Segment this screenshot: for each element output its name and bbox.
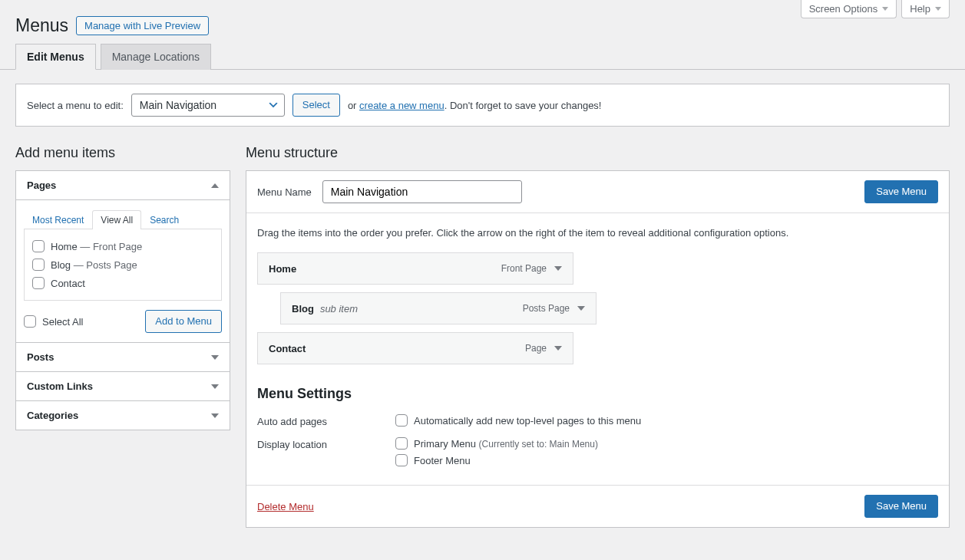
page-item: Blog — Posts Page [32, 255, 213, 274]
tab-manage-locations[interactable]: Manage Locations [101, 44, 211, 70]
page-title-text: Blog [51, 259, 71, 271]
display-location-label: Display location [257, 437, 395, 450]
caret-down-icon [211, 355, 219, 360]
accordion-categories-title: Categories [27, 410, 78, 421]
reminder-text: . Don't forget to save your changes! [444, 100, 602, 111]
or-text: or [348, 100, 357, 111]
menu-name-input[interactable] [322, 180, 522, 203]
menu-settings-heading: Menu Settings [257, 386, 938, 402]
menu-structure-hint: Drag the items into the order you prefer… [257, 227, 938, 239]
pages-list: Home — Front Page Blog — Posts Page Cont… [24, 229, 222, 301]
page-item: Contact [32, 274, 213, 292]
auto-add-pages-checkbox[interactable] [395, 414, 408, 427]
location-primary-checkbox[interactable] [395, 437, 408, 450]
auto-add-pages-label: Auto add pages [257, 414, 395, 427]
page-suffix-text: — Posts Page [71, 259, 137, 271]
location-primary-paren: (Currently set to: Main Menu) [479, 439, 598, 450]
menu-item-type: Posts Page [523, 303, 570, 314]
caret-down-icon [935, 7, 941, 11]
menu-item-subtag: sub item [320, 303, 358, 315]
menu-structure-heading: Menu structure [246, 145, 950, 161]
location-footer-checkbox[interactable] [395, 454, 408, 466]
menu-item-toggle-icon[interactable] [577, 306, 585, 311]
location-primary-label: Primary Menu [414, 438, 476, 450]
live-preview-button[interactable]: Manage with Live Preview [76, 16, 209, 35]
page-item: Home — Front Page [32, 237, 213, 255]
save-menu-button-top[interactable]: Save Menu [864, 180, 938, 203]
location-footer-label: Footer Menu [414, 455, 471, 466]
caret-down-icon [211, 384, 219, 389]
menu-item-type: Page [525, 343, 547, 354]
menu-item-toggle-icon[interactable] [554, 346, 562, 351]
menu-item-title: Blog [292, 303, 314, 315]
page-title: Menus [15, 15, 68, 36]
help-label: Help [910, 3, 930, 15]
page-checkbox-contact[interactable] [32, 277, 45, 289]
accordion-posts-header[interactable]: Posts [16, 342, 230, 371]
page-checkbox-blog[interactable] [32, 259, 45, 271]
accordion-pages-title: Pages [27, 180, 56, 191]
page-title-text: Contact [51, 278, 85, 289]
screen-options-label: Screen Options [809, 3, 878, 15]
screen-options-button[interactable]: Screen Options [801, 0, 897, 18]
caret-down-icon [882, 7, 888, 11]
accordion-custom-links-header[interactable]: Custom Links [16, 371, 230, 400]
save-menu-button-bottom[interactable]: Save Menu [864, 495, 938, 518]
menu-item-type: Front Page [501, 263, 547, 274]
menu-item-contact[interactable]: Contact Page [257, 332, 573, 364]
delete-menu-link[interactable]: Delete Menu [257, 501, 314, 512]
select-all-checkbox[interactable] [24, 315, 36, 328]
menu-item-toggle-icon[interactable] [554, 266, 562, 271]
tab-edit-menus[interactable]: Edit Menus [15, 44, 96, 70]
accordion-custom-links-title: Custom Links [27, 380, 93, 392]
accordion-pages-header[interactable]: Pages [16, 171, 230, 199]
menu-item-title: Contact [269, 343, 306, 354]
help-button[interactable]: Help [901, 0, 950, 18]
page-checkbox-home[interactable] [32, 240, 45, 252]
menu-item-blog[interactable]: Blog sub item Posts Page [280, 292, 597, 324]
auto-add-pages-option: Automatically add new top-level pages to… [414, 415, 641, 427]
menu-name-label: Menu Name [257, 186, 312, 198]
caret-up-icon [211, 183, 219, 188]
page-title-text: Home [51, 241, 78, 252]
create-new-menu-link[interactable]: create a new menu [359, 100, 444, 111]
accordion-categories-header[interactable]: Categories [16, 400, 230, 430]
inner-tab-most-recent[interactable]: Most Recent [24, 210, 92, 229]
menu-item-title: Home [269, 263, 296, 275]
inner-tab-view-all[interactable]: View All [92, 210, 141, 229]
accordion-posts-title: Posts [27, 351, 54, 363]
select-all-label: Select All [42, 316, 83, 328]
caret-down-icon [211, 413, 219, 418]
select-menu-button[interactable]: Select [292, 94, 340, 117]
inner-tab-search[interactable]: Search [141, 210, 187, 229]
add-to-menu-button[interactable]: Add to Menu [145, 310, 222, 333]
page-suffix-text: — Front Page [78, 241, 143, 252]
select-menu-label: Select a menu to edit: [27, 100, 124, 111]
menu-select-dropdown[interactable]: Main Navigation [131, 94, 285, 117]
add-menu-items-heading: Add menu items [15, 145, 230, 161]
menu-item-home[interactable]: Home Front Page [257, 252, 573, 285]
